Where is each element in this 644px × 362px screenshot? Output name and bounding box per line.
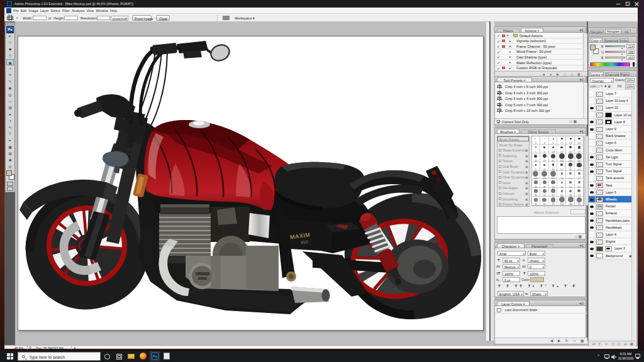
svg-text:650: 650 bbox=[301, 239, 309, 244]
